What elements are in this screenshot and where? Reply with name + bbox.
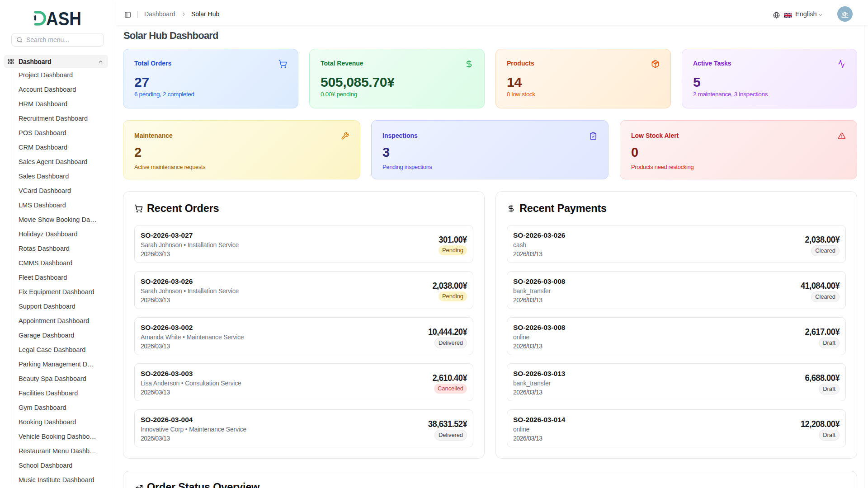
svg-text:ASH: ASH bbox=[46, 8, 81, 28]
